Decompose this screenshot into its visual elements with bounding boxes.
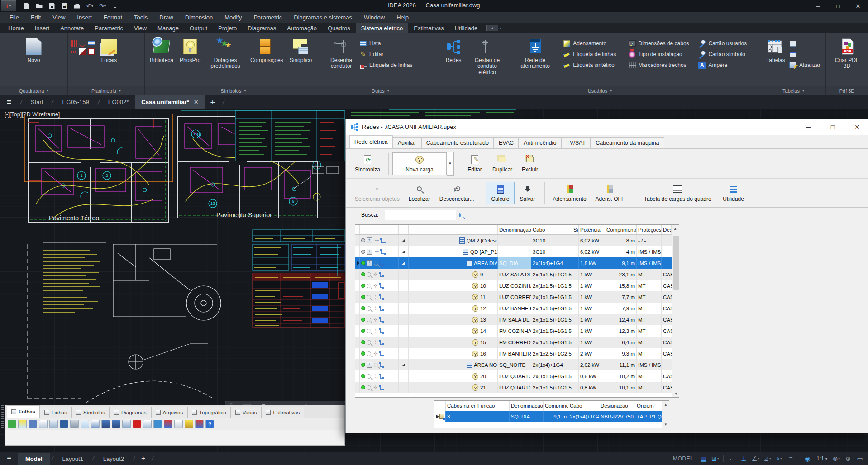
col-sis[interactable]: Sis: [572, 225, 579, 234]
col-funcao[interactable]: Função: [476, 401, 510, 411]
attach-button[interactable]: [70, 420, 79, 428]
dialog-maximize-button[interactable]: □: [822, 119, 843, 135]
phospro-button[interactable]: PhosPro: [177, 37, 203, 64]
annotation-icon[interactable]: ◉: [802, 454, 813, 464]
expand-icon[interactable]: [402, 363, 405, 366]
atualizar-button[interactable]: Atualizar: [789, 61, 820, 70]
scrollbar-thumb[interactable]: [673, 236, 679, 290]
tab-simbolos[interactable]: Símbolos: [72, 407, 110, 418]
table-row[interactable]: ÁREA NOITE [AP_P1] SQ_NOITE2x(1x4)+1G4 2…: [355, 359, 672, 370]
tab-auxiliar[interactable]: Auxiliar: [393, 137, 421, 148]
layout-menu-icon[interactable]: ≡: [0, 455, 18, 463]
table-tools-button[interactable]: [164, 420, 172, 428]
model-space-badge[interactable]: MODEL: [673, 456, 693, 462]
localizar-button[interactable]: Localizar: [404, 182, 435, 204]
table-row[interactable]: ⊹ 16 FM BANHEIRO2x(1x2.5)+1G2.5 2 kW9,3 …: [355, 348, 672, 359]
grid-view-button[interactable]: [153, 420, 162, 428]
locais-button[interactable]: Locais: [97, 37, 121, 64]
menu-format[interactable]: Format: [98, 13, 128, 22]
connect-icon[interactable]: [381, 238, 386, 243]
menu-edit[interactable]: Edit: [25, 13, 47, 22]
tab-rede-eletrica[interactable]: Rede elétrica: [349, 135, 393, 148]
ampere-button[interactable]: AAmpère: [698, 61, 758, 70]
connect-icon[interactable]: [380, 329, 384, 333]
frame-button[interactable]: [174, 420, 183, 428]
ribbon-tab-insert[interactable]: Insert: [29, 23, 55, 33]
magnifier-icon[interactable]: [367, 351, 371, 356]
col-protecoes[interactable]: Proteções: [637, 225, 662, 234]
table-row[interactable]: ⊹ 12 LUZ BANHEIRO2x(1x1.5)+1G1.5 1 kW7,9…: [355, 303, 672, 314]
table-row[interactable]: ⊹ 13 FM SALA DE ESTA2x(1x1.5)+1G1.5 1 kW…: [355, 314, 672, 325]
polar-icon[interactable]: ∠▾: [750, 454, 761, 464]
bookmark-button[interactable]: [91, 420, 100, 428]
tab-cabeamento-maquina[interactable]: Cabeamento da máquina: [591, 137, 664, 148]
connect-icon[interactable]: [380, 318, 384, 322]
col-cabo2[interactable]: Cabo: [568, 401, 599, 411]
ribbon-tab-parametric[interactable]: Parametric: [89, 23, 129, 33]
tab-diagramas[interactable]: Diagramas: [110, 407, 151, 418]
excluir-button[interactable]: Excluir: [517, 153, 543, 175]
tabelas-button[interactable]: Tabelas: [764, 37, 787, 64]
panel-label-simbolos[interactable]: Símbolos▾: [145, 86, 322, 95]
table-row[interactable]: ⊹ 10 LUZ COZINHA2x(1x1.5)+1G1.5 1 kW15,8…: [355, 280, 672, 291]
crosshair-icon[interactable]: ⊹: [372, 317, 378, 323]
tab-folhas[interactable]: Folhas: [7, 405, 40, 418]
table-row[interactable]: ⊹ 15 FM CORREDOR2x(1x1.5)+1G1.5 1 kW6,4 …: [355, 337, 672, 348]
etiqueta-de-linhas-button[interactable]: Etiqueta de linhas: [563, 50, 626, 59]
sincroniza-button[interactable]: Sincroniza: [350, 153, 385, 175]
ribbon-tab-sistema-eletrico[interactable]: Sistema eletrico: [356, 23, 408, 33]
menu-draw[interactable]: Draw: [153, 13, 179, 22]
table-row[interactable]: ⊹ 20 LUZ QUARTO 12x(1x1.5)+1G1.5 0,6 kW1…: [355, 370, 672, 382]
ribbon-tab-utilidade[interactable]: Utilidade: [449, 23, 483, 33]
nova-carga-button[interactable]: Nova carga: [392, 152, 447, 175]
ribbon-tab-projeto[interactable]: Projeto: [213, 23, 242, 33]
magnifier-icon[interactable]: [367, 272, 371, 277]
biblioteca-button[interactable]: Biblioteca: [148, 37, 176, 64]
panel-label-planimetria[interactable]: Planimetria▾: [68, 86, 144, 95]
crosshair-icon[interactable]: ⊹: [372, 373, 378, 379]
page-button[interactable]: [39, 420, 48, 428]
clean-screen-icon[interactable]: ▭: [854, 454, 865, 464]
properties-button[interactable]: [60, 420, 68, 428]
connect-icon[interactable]: [380, 374, 384, 379]
adensamento-button[interactable]: Adensamento: [563, 39, 626, 48]
tabela-save-button[interactable]: [789, 50, 820, 59]
editar-button[interactable]: Editar: [462, 153, 488, 175]
box-icon[interactable]: [367, 362, 372, 368]
dimensoes-cabos-button[interactable]: Dimensões de cabos: [629, 39, 697, 48]
lista-button[interactable]: Lista: [359, 39, 412, 48]
salvar-button[interactable]: Salvar: [515, 182, 541, 204]
menu-file[interactable]: File: [4, 13, 25, 22]
redo-button[interactable]: ↷▾: [97, 1, 108, 11]
connect-icon[interactable]: [380, 385, 384, 390]
infer-icon[interactable]: ⌐: [726, 454, 737, 464]
box-icon[interactable]: [367, 249, 372, 255]
panel-label-quadratura[interactable]: Quadratura▾: [0, 86, 67, 95]
connect-icon[interactable]: [380, 284, 384, 288]
osnap-icon[interactable]: ⌖▾: [773, 454, 784, 464]
ribbon-options-button[interactable]: ▲▾: [486, 23, 501, 33]
tipo-instalacao-button[interactable]: Tipo de instalação: [629, 50, 697, 59]
table-row[interactable]: ⊹ 21 LUZ QUARTO 22x(1x1.5)+1G1.5 0,8 kW1…: [355, 382, 672, 393]
crosshair-icon[interactable]: ⊹: [372, 271, 378, 277]
composicoes-button[interactable]: Composições: [248, 37, 286, 64]
connect-icon[interactable]: [381, 250, 386, 254]
panel-label-usuarios[interactable]: Usuários▾: [439, 86, 761, 95]
magnifier-icon[interactable]: [367, 284, 371, 288]
crosshair-icon[interactable]: ⊹: [374, 249, 380, 255]
table-row[interactable]: ⊹ QM.2 [Celesc] 3G10 6,02 kW8 m - / -: [355, 235, 672, 246]
magnifier-icon[interactable]: [367, 329, 371, 333]
magnifier-icon[interactable]: [374, 261, 378, 266]
redo-sheet-button[interactable]: [112, 420, 120, 428]
connect-icon[interactable]: [380, 295, 384, 299]
scroll-up-icon[interactable]: ▲: [662, 401, 669, 408]
magnifier-icon[interactable]: [367, 385, 371, 390]
cables-scrollbar[interactable]: ▲ ▼: [662, 401, 669, 428]
tab-estimativas[interactable]: Estimativas: [261, 407, 304, 418]
arc-tool-icon[interactable]: [79, 40, 86, 47]
ribbon-tab-output[interactable]: Output: [184, 23, 213, 33]
dialog-minimize-button[interactable]: ─: [798, 119, 819, 135]
snap-icon[interactable]: ⊞▾: [710, 454, 720, 464]
layout-tab-model[interactable]: Model: [18, 453, 50, 465]
scroll-down-icon[interactable]: ▼: [672, 390, 680, 397]
